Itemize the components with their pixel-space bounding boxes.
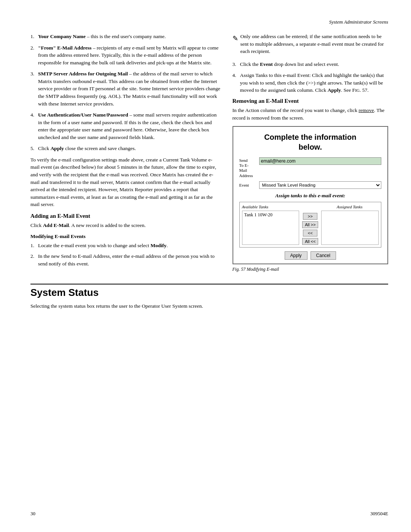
email-address-row: SendTo E-MailAddress (239, 157, 382, 178)
list-item-3: SMTP Server Address for Outgoing Mail – … (30, 70, 221, 107)
item2-bold: "From" E-Mail Address (38, 45, 92, 51)
page-header: System Administrator Screens (30, 19, 388, 25)
tanks-buttons: >> All >> << All << (301, 211, 320, 245)
adding-text: Click Add E-Mail. A new record is added … (30, 222, 221, 229)
tanks-body: Tank 1 10W-20 >> All >> << All << (242, 211, 379, 245)
modify-bold: Modify (150, 243, 166, 248)
right-column: ✎ Only one address can be entered; if th… (233, 33, 389, 272)
tanks-header: Available Tanks Assigned Tanks (242, 204, 379, 209)
available-tanks-label: Available Tanks (242, 204, 300, 209)
form-actions: Apply Cancel (239, 251, 382, 260)
list-item-5: Click Apply close the screen and save ch… (30, 145, 221, 152)
assigned-tanks-label: Assigned Tanks (320, 204, 379, 209)
note-icon: ✎ (233, 34, 238, 43)
tanks-available-list[interactable]: Tank 1 10W-20 (242, 211, 299, 245)
adding-heading: Adding an E-Mail Event (30, 213, 221, 219)
two-column-layout: Your Company Name – this is the end user… (30, 33, 388, 272)
event-bold: Event (260, 61, 273, 67)
right-item-4: Assign Tanks to this e-mail Event: Click… (233, 72, 389, 94)
footer: 30 309504E (30, 511, 388, 517)
form-title-line2: below. (299, 143, 322, 151)
modify-item-2: In the new Send to E-mail Address, enter… (30, 252, 221, 267)
list-item-1: Your Company Name – this is the end user… (30, 33, 221, 40)
form-title-line1: Complete the information (264, 133, 356, 141)
item5-bold: Apply (51, 145, 64, 151)
cancel-button[interactable]: Cancel (311, 251, 336, 260)
send-label: SendTo E-MailAddress (239, 157, 259, 178)
modify-item-1: Locate the e-mail event you wish to chan… (30, 242, 221, 249)
email-input[interactable] (259, 157, 382, 165)
apply-bold: Apply (328, 87, 341, 93)
item1-bold: Your Company Name (38, 34, 86, 39)
event-row: Event Missed Tank Level Reading (239, 181, 382, 189)
tanks-section: Available Tanks Assigned Tanks Tank 1 10… (239, 202, 382, 248)
fig-caption: Fig. 57 Modifying E-mail (233, 267, 389, 272)
assign-title: Assign tanks to this e-mail event: (239, 193, 382, 199)
forward-button[interactable]: >> (303, 213, 317, 220)
main-list: Your Company Name – this is the end user… (30, 33, 221, 152)
removing-heading: Removing an E-Mail Event (233, 98, 389, 104)
page: System Administrator Screens Your Compan… (0, 0, 411, 532)
item4-bold: Use Authentication/User Name/Password (38, 112, 128, 118)
left-column: Your Company Name – this is the end user… (30, 33, 221, 272)
system-status-text: Selecting the system status box returns … (30, 302, 388, 310)
right-item-3: Click the Event drop down list and selec… (233, 61, 389, 68)
note-text: Only one address can be entered; if the … (241, 33, 389, 55)
email-form-box: Complete the information below. SendTo E… (233, 126, 389, 264)
page-number: 30 (30, 511, 35, 517)
right-list: Click the Event drop down list and selec… (233, 61, 389, 94)
event-label: Event (239, 183, 259, 187)
system-status-section: System Status Selecting the system statu… (30, 284, 388, 310)
system-status-title: System Status (30, 287, 388, 299)
note-block: ✎ Only one address can be entered; if th… (233, 33, 389, 55)
all-forward-button[interactable]: All >> (302, 221, 318, 228)
tank-item[interactable]: Tank 1 10W-20 (243, 212, 298, 218)
header-title: System Administrator Screens (329, 19, 388, 25)
apply-button[interactable]: Apply (285, 251, 307, 260)
backward-button[interactable]: << (303, 230, 317, 236)
all-backward-button[interactable]: All << (302, 238, 318, 245)
form-title: Complete the information below. (239, 132, 382, 152)
doc-number: 309504E (370, 511, 388, 517)
modifying-heading: Modifying E-mail Events (30, 233, 221, 240)
event-select[interactable]: Missed Tank Level Reading (259, 181, 382, 189)
item3-bold: SMTP Server Address for Outgoing Mail (38, 71, 128, 77)
list-item-2: "From" E-Mail Address – recipients of an… (30, 44, 221, 67)
tanks-assigned-list[interactable] (321, 211, 379, 245)
verification-paragraph: To verify the e-mail configuration setti… (30, 156, 221, 208)
modifying-list: Locate the e-mail event you wish to chan… (30, 242, 221, 267)
remove-link[interactable]: remove (358, 107, 374, 113)
add-email-bold: Add E-Mail (43, 222, 69, 228)
removing-text: In the Action column of the record you w… (233, 107, 389, 121)
list-item-4: Use Authentication/User Name/Password – … (30, 111, 221, 141)
